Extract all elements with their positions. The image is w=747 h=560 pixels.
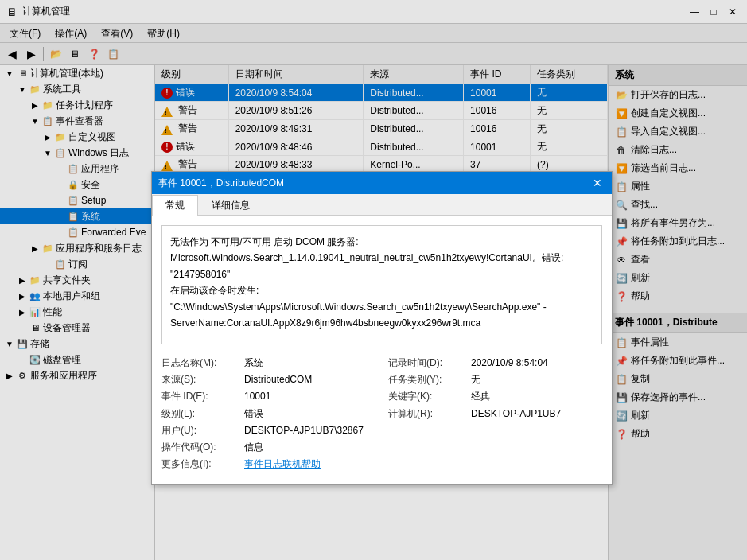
tree-toggle-root[interactable]: ▼ <box>3 67 16 80</box>
action-filter-current[interactable]: 🔽 筛选当前日志... <box>609 159 747 177</box>
find-icon: 🔍 <box>615 199 628 212</box>
action-attach-task-log[interactable]: 📌 将任务附加到此日志... <box>609 232 747 251</box>
tree-storage[interactable]: ▼ 💾 存储 <box>0 336 154 352</box>
toolbar-btn-3[interactable]: ❓ <box>85 45 103 63</box>
menu-view[interactable]: 查看(V) <box>95 25 139 41</box>
tree-subscription[interactable]: 📋 订阅 <box>0 256 154 272</box>
toggle-app-services[interactable]: ▶ <box>29 242 41 255</box>
col-source[interactable]: 来源 <box>364 65 464 84</box>
security-icon: 🔒 <box>67 178 80 191</box>
col-task[interactable]: 任务类别 <box>531 65 608 84</box>
tree-performance[interactable]: ▶ 📊 性能 <box>0 304 154 320</box>
forward-button[interactable]: ▶ <box>22 45 40 63</box>
action-attach-task-event[interactable]: 📌 将任务附加到此事件... <box>609 352 747 370</box>
toggle-windows-log[interactable]: ▼ <box>41 146 54 159</box>
tree-custom-views[interactable]: ▶ 📁 自定义视图 <box>0 129 154 145</box>
toggle-storage[interactable]: ▼ <box>3 337 16 350</box>
toolbar-btn-1[interactable]: 📂 <box>47 45 64 63</box>
menu-file[interactable]: 文件(F) <box>3 25 47 41</box>
toggle-system-tools[interactable]: ▼ <box>16 83 29 95</box>
tree-app-services-log[interactable]: ▶ 📁 应用程序和服务日志 <box>0 240 154 256</box>
tree-shared-folders[interactable]: ▶ 📁 共享文件夹 <box>0 272 154 288</box>
level-warning-icon-2: ! 警告 <box>161 122 197 135</box>
table-row[interactable]: ! 警告 2020/10/9 8:51:26 Distributed... 10… <box>155 102 608 120</box>
col-eventid[interactable]: 事件 ID <box>464 65 531 84</box>
back-button[interactable]: ◀ <box>3 45 21 63</box>
action-refresh-1[interactable]: 🔄 刷新 <box>609 269 747 287</box>
toggle-event-viewer[interactable]: ▼ <box>29 115 41 127</box>
table-row[interactable]: ! 警告 2020/10/9 8:49:31 Distributed... 10… <box>155 120 608 138</box>
cell-level: ! 警告 <box>155 120 228 138</box>
label-level: 级别(L): <box>161 406 241 422</box>
tab-details[interactable]: 详细信息 <box>198 195 263 216</box>
label-more-info: 更多信息(I): <box>161 457 241 472</box>
action-save-all-events-label: 将所有事件另存为... <box>631 216 715 230</box>
toolbar-btn-2[interactable]: 🖥 <box>66 45 84 63</box>
folder-icon-3: 📁 <box>54 130 67 143</box>
link-event-help[interactable]: 事件日志联机帮助 <box>244 457 321 472</box>
action-create-custom-view[interactable]: 🔽 创建自定义视图... <box>609 104 747 122</box>
modal-close-button[interactable]: ✕ <box>589 175 605 191</box>
toggle-task-scheduler[interactable]: ▶ <box>29 99 41 111</box>
toggle-custom-views[interactable]: ▶ <box>41 130 54 143</box>
menu-action[interactable]: 操作(A) <box>49 25 93 41</box>
toggle-local-users[interactable]: ▶ <box>16 290 29 302</box>
cell-task: 无 <box>531 120 608 138</box>
tree-setup[interactable]: 📋 Setup <box>0 192 154 208</box>
tree-disk-management[interactable]: 💽 磁盘管理 <box>0 352 154 368</box>
action-import-custom-view[interactable]: 📋 导入自定义视图... <box>609 122 747 141</box>
menu-help[interactable]: 帮助(H) <box>141 25 186 41</box>
action-copy[interactable]: 📋 复制 <box>609 370 747 388</box>
action-open-saved-log[interactable]: 📂 打开保存的日志... <box>609 86 747 104</box>
action-save-all-events[interactable]: 💾 将所有事件另存为... <box>609 214 747 232</box>
level-warning-icon-3: ! 警告 <box>161 158 197 171</box>
action-refresh-2-label: 刷新 <box>631 409 650 422</box>
tree-local-users[interactable]: ▶ 👥 本地用户和组 <box>0 288 154 304</box>
tree-services[interactable]: ▶ ⚙ 服务和应用程序 <box>0 368 154 383</box>
tree-application[interactable]: 📋 应用程序 <box>0 161 154 177</box>
maximize-button[interactable]: □ <box>706 4 722 20</box>
tree-event-viewer[interactable]: ▼ 📋 事件查看器 <box>0 113 154 129</box>
field-record-time: 记录时间(D): 2020/10/9 8:54:04 <box>388 356 602 371</box>
action-properties[interactable]: 📋 属性 <box>609 177 747 196</box>
action-save-selected[interactable]: 💾 保存选择的事件... <box>609 388 747 406</box>
action-view[interactable]: 👁 查看 <box>609 251 747 269</box>
toggle-shared-folders[interactable]: ▶ <box>16 274 29 286</box>
action-help-1[interactable]: ❓ 帮助 <box>609 287 747 305</box>
field-more-info: 更多信息(I): 事件日志联机帮助 <box>161 457 375 472</box>
tree-system-tools[interactable]: ▼ 📁 系统工具 <box>0 81 154 97</box>
tree-forwarded-events[interactable]: 📋 Forwarded Eve <box>0 224 154 240</box>
label-opcode: 操作代码(O): <box>161 440 241 455</box>
field-task-category: 任务类别(Y): 无 <box>388 372 602 387</box>
minimize-button[interactable]: — <box>687 4 702 20</box>
field-user: 用户(U): DESKTOP-AJP1UB7\32867 <box>161 423 375 438</box>
cell-eventid: 10001 <box>464 84 531 102</box>
tree-system[interactable]: 📋 系统 <box>0 208 154 224</box>
close-button[interactable]: ✕ <box>725 4 741 20</box>
field-level: 级别(L): 错误 <box>161 406 375 422</box>
tree-windows-log[interactable]: ▼ 📋 Windows 日志 <box>0 145 154 161</box>
shared-folders-icon: 📁 <box>29 274 41 286</box>
table-row[interactable]: ! 错误 2020/10/9 8:54:04 Distributed... 10… <box>155 84 608 102</box>
modal-title: 事件 10001，DistributedCOM <box>158 177 284 190</box>
toggle-performance[interactable]: ▶ <box>16 305 29 318</box>
col-datetime[interactable]: 日期和时间 <box>228 65 364 84</box>
tree-task-scheduler[interactable]: ▶ 📁 任务计划程序 <box>0 97 154 113</box>
action-find[interactable]: 🔍 查找... <box>609 196 747 214</box>
toolbar-btn-4[interactable]: 📋 <box>104 45 122 63</box>
tab-general[interactable]: 常规 <box>152 195 198 216</box>
label-computer: 计算机(R): <box>388 406 468 422</box>
table-row[interactable]: ! 错误 2020/10/9 8:48:46 Distributed... 10… <box>155 138 608 156</box>
action-refresh-2[interactable]: 🔄 刷新 <box>609 406 747 425</box>
tree-security[interactable]: 🔒 安全 <box>0 177 154 192</box>
modal-fields-container: 日志名称(M): 系统 来源(S): DistributedCOM 事件 ID(… <box>161 354 602 475</box>
level-error-icon-2: ! 错误 <box>161 140 195 154</box>
col-level[interactable]: 级别 <box>155 65 228 84</box>
action-event-properties[interactable]: 📋 事件属性 <box>609 333 747 352</box>
toggle-services[interactable]: ▶ <box>3 369 16 382</box>
tree-device-manager[interactable]: 🖥 设备管理器 <box>0 320 154 336</box>
tree-root[interactable]: ▼ 🖥 计算机管理(本地) <box>0 65 154 81</box>
action-clear-log[interactable]: 🗑 清除日志... <box>609 141 747 159</box>
label-record-time: 记录时间(D): <box>388 356 468 371</box>
action-help-2[interactable]: ❓ 帮助 <box>609 425 747 443</box>
